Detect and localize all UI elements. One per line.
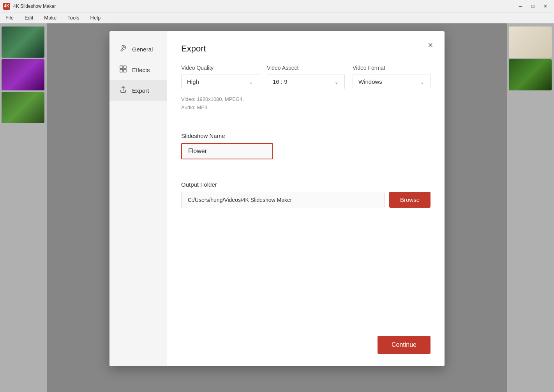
output-folder-row: Browse: [181, 192, 430, 208]
modal-content: × Export Video Quality High ⌄ Video A: [167, 31, 445, 366]
video-format-dropdown[interactable]: Windows ⌄: [353, 74, 430, 89]
continue-button[interactable]: Continue: [378, 336, 430, 354]
thumbnails-left: [0, 23, 47, 392]
video-aspect-arrow-icon: ⌄: [334, 79, 339, 85]
minimize-button[interactable]: ─: [515, 2, 526, 10]
general-icon: [119, 44, 127, 54]
slideshow-name-input-wrapper[interactable]: [181, 143, 273, 159]
app-icon: 4K: [3, 3, 10, 10]
video-quality-label: Video Quality: [181, 65, 259, 71]
thumbnail-3[interactable]: [2, 92, 44, 123]
video-quality-dropdown[interactable]: High ⌄: [181, 74, 259, 89]
video-aspect-value: 16 : 9: [273, 78, 288, 85]
maximize-button[interactable]: □: [528, 2, 538, 10]
modal-overlay: General Effects: [47, 23, 507, 392]
modal-close-button[interactable]: ×: [424, 39, 437, 51]
video-aspect-label: Video Aspect: [267, 65, 345, 71]
video-info: Video: 1920x1080, MPEG4, Audio: MP3: [181, 95, 430, 112]
video-aspect-group: Video Aspect 16 : 9 ⌄: [267, 65, 345, 89]
video-aspect-dropdown[interactable]: 16 : 9 ⌄: [267, 74, 345, 89]
modal-title: Export: [181, 44, 430, 54]
svg-point-0: [124, 46, 125, 48]
svg-rect-3: [120, 69, 123, 72]
effects-icon: [119, 65, 127, 75]
video-settings-row: Video Quality High ⌄ Video Aspect 16 : 9…: [181, 65, 430, 89]
video-format-arrow-icon: ⌄: [420, 79, 425, 85]
video-quality-group: Video Quality High ⌄: [181, 65, 259, 89]
nav-effects-label: Effects: [132, 67, 150, 73]
thumbnail-right-2[interactable]: [509, 59, 552, 90]
title-bar-left: 4K 4K Slideshow Maker: [3, 3, 56, 10]
nav-general[interactable]: General: [109, 39, 167, 60]
video-format-group: Video Format Windows ⌄: [353, 65, 430, 89]
video-format-value: Windows: [358, 78, 382, 85]
export-icon: [119, 86, 127, 95]
thumbnails-right: [507, 23, 554, 392]
output-folder-input[interactable]: [181, 192, 385, 208]
title-bar: 4K 4K Slideshow Maker ─ □ ✕: [0, 0, 554, 12]
browse-button[interactable]: Browse: [389, 192, 430, 208]
menu-make[interactable]: Make: [42, 14, 59, 21]
menu-bar: File Edit Make Tools Help: [0, 12, 554, 23]
slideshow-name-label: Slideshow Name: [181, 132, 430, 139]
svg-rect-4: [124, 69, 126, 72]
thumbnail-2[interactable]: [2, 59, 44, 90]
close-window-button[interactable]: ✕: [540, 2, 551, 10]
menu-file[interactable]: File: [3, 14, 16, 21]
menu-tools[interactable]: Tools: [65, 14, 81, 21]
menu-help[interactable]: Help: [88, 14, 103, 21]
export-modal: General Effects: [109, 31, 445, 366]
divider: [181, 123, 430, 123]
nav-effects[interactable]: Effects: [109, 60, 167, 80]
nav-export[interactable]: Export: [109, 80, 167, 101]
app-title: 4K Slideshow Maker: [13, 4, 56, 9]
modal-sidebar: General Effects: [109, 31, 167, 366]
thumbnail-right-1[interactable]: [509, 26, 552, 58]
main-content: General Effects: [47, 23, 507, 392]
output-folder-label: Output Folder: [181, 181, 430, 188]
nav-general-label: General: [132, 46, 153, 53]
video-quality-arrow-icon: ⌄: [249, 79, 253, 85]
video-quality-value: High: [187, 78, 199, 85]
svg-rect-1: [120, 66, 123, 69]
app-body: General Effects: [0, 23, 554, 392]
thumbnail-1[interactable]: [2, 26, 44, 58]
window-controls: ─ □ ✕: [515, 2, 551, 10]
video-info-line1: Video: 1920x1080, MPEG4,: [181, 95, 430, 104]
svg-rect-2: [124, 66, 126, 69]
slideshow-name-input[interactable]: [188, 148, 266, 155]
video-format-label: Video Format: [353, 65, 430, 71]
menu-edit[interactable]: Edit: [22, 14, 35, 21]
video-info-line2: Audio: MP3: [181, 104, 430, 112]
nav-export-label: Export: [132, 87, 149, 94]
